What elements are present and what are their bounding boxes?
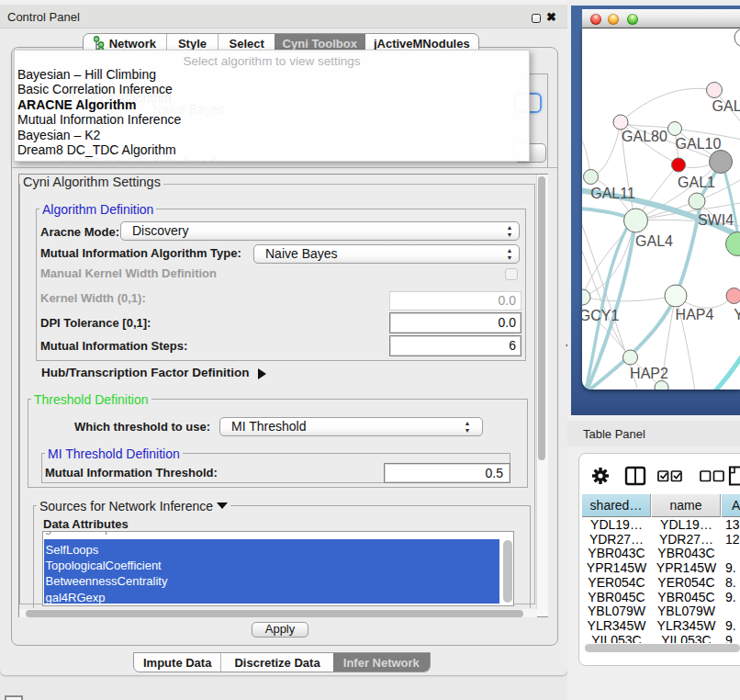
svg-text:GCY1: GCY1 bbox=[582, 308, 619, 323]
svg-text:GAL11: GAL11 bbox=[590, 186, 635, 201]
svg-text:SWI4: SWI4 bbox=[698, 212, 734, 228]
svg-text:YD: YD bbox=[734, 307, 740, 322]
svg-text:GAL1: GAL1 bbox=[678, 175, 715, 190]
svg-text:GAL80: GAL80 bbox=[622, 129, 667, 144]
svg-text:HAP4: HAP4 bbox=[676, 307, 714, 322]
svg-text:GAL4: GAL4 bbox=[635, 233, 673, 249]
svg-text:GAL10: GAL10 bbox=[676, 136, 722, 152]
svg-text:HAP2: HAP2 bbox=[630, 366, 668, 381]
svg-text:GAL80: GAL80 bbox=[712, 98, 740, 114]
